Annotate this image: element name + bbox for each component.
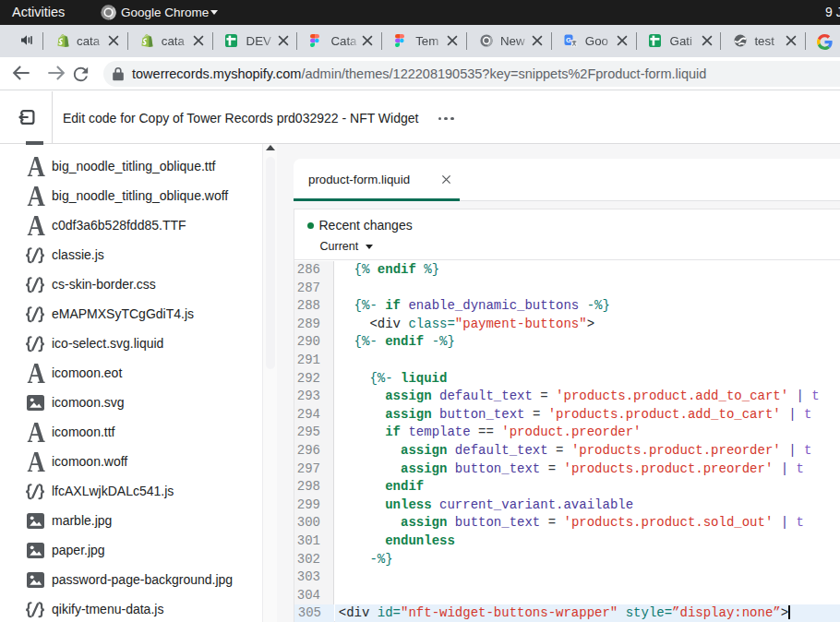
svg-text:G: G [566,36,571,44]
